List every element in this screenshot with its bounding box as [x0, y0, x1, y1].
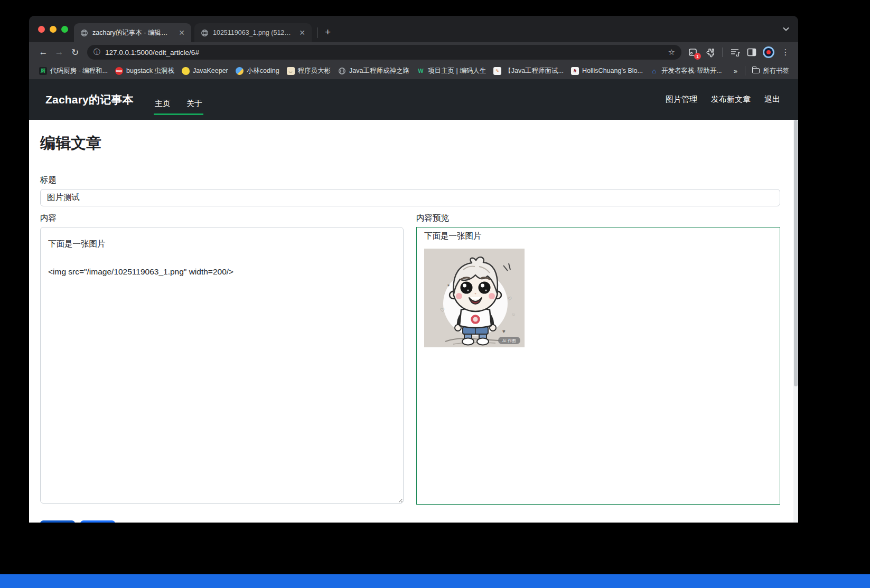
browser-menu-button[interactable]: ⋮	[778, 45, 793, 60]
url-text: 127.0.0.1:5000/edit_article/6#	[105, 49, 663, 56]
bookmark-item[interactable]: ℏ HollisChuang's Blo...	[567, 65, 647, 77]
all-bookmarks-button[interactable]: 所有书签	[749, 65, 793, 77]
svg-text:♡: ♡	[440, 307, 445, 313]
close-window-button[interactable]	[38, 26, 45, 33]
bookmark-label: JavaKeeper	[193, 67, 228, 74]
preview-text: 下面是一张图片	[424, 231, 772, 242]
tab-image[interactable]: 1025119063_1.png (512×512) ✕	[194, 23, 312, 42]
side-panel-button[interactable]	[744, 45, 759, 60]
page-container: 编辑文章 标题 内容 下面是一张图片 <img src="/image/1025…	[29, 133, 798, 523]
nav-image-manage-link[interactable]: 图片管理	[666, 94, 697, 105]
desktop-background-strip	[0, 574, 870, 588]
bookmark-item[interactable]: 厨 代码厨房 - 编程和...	[35, 65, 111, 77]
content-textarea[interactable]: 下面是一张图片 <img src="/image/1025119063_1.pn…	[40, 227, 404, 504]
nav-right-group: 图片管理 发布新文章 退出	[666, 94, 780, 105]
bookmark-item[interactable]: W 项目主页 | 编码人生	[413, 65, 490, 77]
profile-avatar[interactable]	[761, 45, 776, 60]
puzzle-icon	[705, 48, 715, 58]
bookmarks-bar: 厨 代码厨房 - 编程和... bug bugstack 虫洞栈 JavaKee…	[29, 62, 798, 79]
face-favicon-icon: ◡	[287, 67, 295, 75]
nav-about-link[interactable]: 关于	[186, 99, 202, 109]
bookmark-label: 小林coding	[247, 67, 279, 75]
bookmark-label: 项目主页 | 编码人生	[428, 67, 486, 75]
svg-text:♥: ♥	[502, 328, 506, 334]
toolbar-separator	[722, 48, 723, 57]
kitchen-favicon-icon: 厨	[39, 67, 47, 75]
tab-close-icon[interactable]: ✕	[298, 28, 306, 37]
bookmarks-separator	[745, 66, 745, 75]
globe-favicon-icon	[80, 29, 88, 37]
nav-logout-link[interactable]: 退出	[764, 94, 780, 105]
tab-title: zachary的记事本 - 编辑文章	[92, 29, 173, 37]
bookmark-item[interactable]: Java工程师成神之路	[334, 65, 413, 77]
browser-window: zachary的记事本 - 编辑文章 ✕ 1025119063_1.png (5…	[29, 16, 798, 523]
article-image: ♡ ♡ ♥ ♥ ♡	[424, 249, 525, 347]
svg-text:♥: ♥	[447, 283, 450, 287]
nav-new-article-link[interactable]: 发布新文章	[711, 94, 751, 105]
tab-search-button[interactable]	[780, 23, 792, 35]
forward-button[interactable]: →	[51, 44, 67, 60]
hollis-favicon-icon: ℏ	[571, 67, 579, 75]
media-controls-button[interactable]	[727, 45, 742, 60]
tab-title: 1025119063_1.png (512×512)	[213, 29, 294, 36]
site-navbar: Zachary的记事本 主页 关于 图片管理 发布新文章 退出	[29, 79, 798, 120]
extension-shortcut-button[interactable]: 1	[686, 45, 700, 60]
submit-button[interactable]: 提交	[40, 520, 75, 523]
bookmark-item[interactable]: ✎ 【Java工程师面试...	[490, 65, 567, 77]
screenshot-root: zachary的记事本 - 编辑文章 ✕ 1025119063_1.png (5…	[0, 0, 870, 588]
site-info-icon[interactable]: ⓘ	[93, 48, 100, 57]
house-favicon-icon: ⌂	[650, 67, 658, 75]
content-column: 内容 下面是一张图片 <img src="/image/1025119063_1…	[40, 206, 404, 506]
svg-text:♡: ♡	[508, 296, 512, 301]
extensions-button[interactable]	[703, 45, 717, 60]
bookmarks-overflow-button[interactable]: »	[729, 67, 742, 75]
side-panel-icon	[747, 48, 756, 56]
extension-badge: 1	[694, 53, 701, 60]
tab-strip: zachary的记事本 - 编辑文章 ✕ 1025119063_1.png (5…	[29, 16, 798, 42]
page-viewport: Zachary的记事本 主页 关于 图片管理 发布新文章 退出 编辑文章 标题	[29, 79, 798, 523]
bug-favicon-icon: bug	[115, 67, 123, 75]
tab-separator	[317, 27, 317, 38]
preview-button[interactable]: 预览	[80, 520, 115, 523]
form-actions: 提交 预览	[40, 520, 780, 523]
nav-left-group: 主页 关于	[154, 88, 203, 115]
content-preview-panel: 下面是一张图片 ♡ ♡ ♥	[416, 227, 780, 505]
bookmark-item[interactable]: 小林coding	[232, 65, 283, 77]
chick-favicon-icon	[182, 67, 190, 75]
bookmark-item[interactable]: ⌂ 开发者客栈-帮助开...	[647, 65, 726, 77]
title-label: 标题	[40, 175, 780, 186]
title-input[interactable]	[40, 189, 780, 206]
reload-button[interactable]: ↻	[67, 44, 83, 60]
scrollbar-thumb[interactable]	[794, 120, 798, 386]
page-scrollbar[interactable]	[793, 120, 798, 523]
browser-toolbar: ← → ↻ ⓘ 127.0.0.1:5000/edit_article/6# ☆…	[29, 42, 798, 62]
page-title: 编辑文章	[40, 133, 780, 154]
address-bar[interactable]: ⓘ 127.0.0.1:5000/edit_article/6# ☆	[87, 45, 681, 60]
tab-editor[interactable]: zachary的记事本 - 编辑文章 ✕	[74, 23, 191, 42]
svg-text:♡: ♡	[512, 313, 515, 317]
back-button[interactable]: ←	[35, 44, 51, 60]
all-bookmarks-label: 所有书签	[763, 67, 789, 75]
new-tab-button[interactable]: +	[322, 26, 334, 38]
bookmark-item[interactable]: JavaKeeper	[178, 65, 232, 77]
site-brand[interactable]: Zachary的记事本	[45, 92, 134, 107]
bookmark-label: 代码厨房 - 编程和...	[50, 67, 108, 75]
toolbar-icons: 1	[686, 45, 793, 60]
zoom-window-button[interactable]	[61, 26, 68, 33]
bookmark-item[interactable]: ◡ 程序员大彬	[283, 65, 335, 77]
ai-caption-badge: AI 作图	[502, 338, 516, 343]
globe-favicon-icon	[338, 67, 346, 75]
minimize-window-button[interactable]	[50, 26, 57, 33]
bookmark-label: 开发者客栈-帮助开...	[661, 67, 722, 75]
nav-home-link[interactable]: 主页	[155, 99, 171, 109]
bookmark-label: Java工程师成神之路	[349, 67, 409, 75]
xiaolin-favicon-icon	[236, 67, 244, 75]
tab-close-icon[interactable]: ✕	[177, 28, 186, 37]
globe-favicon-icon	[201, 29, 209, 37]
bookmark-star-icon[interactable]: ☆	[668, 48, 675, 57]
bookmark-item[interactable]: bug bugstack 虫洞栈	[111, 65, 178, 77]
interview-favicon-icon: ✎	[493, 67, 501, 75]
editor-row: 内容 下面是一张图片 <img src="/image/1025119063_1…	[40, 206, 780, 506]
chevron-down-icon	[783, 27, 789, 31]
media-list-icon	[730, 48, 740, 56]
